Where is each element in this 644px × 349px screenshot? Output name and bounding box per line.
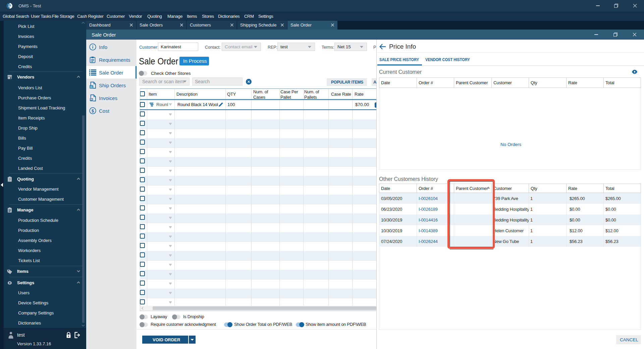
svg-text:SH: SH xyxy=(90,86,94,88)
svg-text:$: $ xyxy=(92,108,94,113)
svg-text:?: ? xyxy=(9,178,10,181)
svg-text:IN: IN xyxy=(90,98,93,101)
